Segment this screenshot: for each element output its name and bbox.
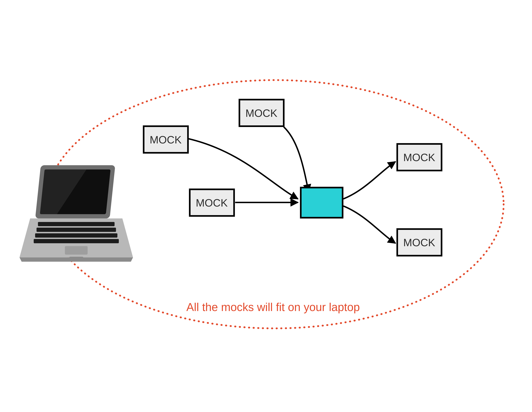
mock-node-1-label: MOCK [150,134,182,146]
mock-node-5-label: MOCK [403,237,435,249]
edge-target-mock4 [343,162,396,199]
mock-node-2: MOCK [239,100,284,126]
svg-rect-9 [65,246,87,255]
edge-mock2-target [284,127,309,192]
svg-rect-14 [301,188,342,218]
laptop-icon [19,165,133,262]
mock-node-3-label: MOCK [196,197,228,209]
mock-node-4-label: MOCK [403,151,435,163]
svg-rect-7 [35,233,117,238]
svg-rect-8 [34,239,119,243]
mock-node-1: MOCK [144,126,188,153]
target-node [301,188,342,218]
diagram-caption: All the mocks will fit on your laptop [186,301,360,314]
svg-rect-6 [37,228,116,232]
mock-node-3: MOCK [190,189,234,216]
edge-target-mock5 [343,206,396,243]
svg-rect-10 [69,257,83,259]
mock-node-4: MOCK [397,144,442,171]
mock-node-5: MOCK [397,229,442,256]
mock-node-2-label: MOCK [246,107,277,119]
svg-rect-5 [38,222,114,226]
